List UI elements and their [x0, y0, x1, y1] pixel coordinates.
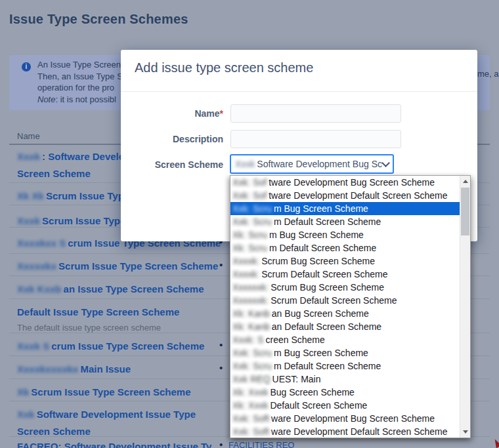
redacted-project-key: Xxk: Scru — [232, 216, 272, 227]
redacted-project-key: Xxk: Scru — [232, 203, 272, 214]
dropdown-option[interactable]: Xk: Scrum Default Screen Scheme — [230, 241, 460, 255]
info-panel-text: An Issue Type Screen Then, an Issue Type… — [37, 59, 123, 105]
redacted-project-key: Xxxk S — [17, 340, 49, 352]
redacted-project-key: Xxk REQ — [232, 374, 271, 384]
table-column-header-name: Name — [17, 131, 40, 141]
redacted-project-key: Xxk — [17, 409, 35, 420]
dialog-title: Add issue type screen scheme — [135, 60, 313, 75]
redacted-project-key: Xxk Kxxb — [17, 283, 62, 295]
table-row[interactable]: Default Issue Type Screen SchemeThe defa… — [17, 306, 179, 335]
redacted-project-key: Xxxk: S — [232, 335, 263, 345]
dropdown-scrollbar[interactable] — [460, 176, 470, 438]
related-project-bullet: • — [219, 262, 223, 268]
redacted-project-key: Xk — [17, 386, 29, 397]
table-row[interactable]: XxxxxkxScrum Issue Type Screen Scheme — [17, 260, 218, 273]
scheme-link[interactable]: Default Issue Type Screen Scheme — [17, 306, 179, 319]
info-line-2: Then, an Issue Type S — [37, 71, 123, 83]
info-line-1: An Issue Type Screen — [37, 59, 123, 71]
dropdown-option[interactable]: Xk: Kanban Bug Screen Scheme — [230, 307, 460, 320]
redacted-project-key: Xxxk — [17, 151, 40, 162]
arrow-up-icon — [463, 180, 468, 183]
note-rest: : it is not possibl — [55, 94, 116, 104]
redacted-project-key: Xk: Scru — [232, 230, 267, 240]
table-row[interactable]: FACREQ: Software Development Issue Ty — [17, 440, 211, 448]
scheme-link[interactable]: XxkSoftware Development Issue Type — [17, 408, 196, 421]
dropdown-option[interactable]: Xk: XxxkDefault Screen Scheme — [230, 399, 460, 412]
redacted-project-key: Xxxxxkx — [17, 260, 56, 272]
dropdown-option[interactable]: Xxk: Software Development Default Screen… — [230, 425, 460, 438]
dropdown-option[interactable]: Xxxxk:Scrum Default Screen Scheme — [230, 268, 460, 281]
dropdown-option[interactable]: Xxxk: Screen Scheme — [230, 333, 460, 346]
related-project-bullet: • — [219, 342, 223, 348]
screen-scheme-field-label: Screen Scheme — [121, 159, 223, 170]
dropdown-option[interactable]: Xxk: Software Development Default Screen… — [230, 189, 460, 202]
scrollbar-up-arrow[interactable] — [460, 176, 470, 187]
scrollbar-down-arrow[interactable] — [460, 426, 470, 438]
redacted-project-key: Xk: Xxxk — [232, 400, 268, 411]
name-input[interactable] — [230, 104, 401, 123]
required-asterisk: * — [220, 108, 223, 119]
scheme-link[interactable]: Xxk Kxxban Issue Type Screen Scheme — [17, 283, 204, 296]
info-line-4: Note: it is not possibl — [37, 94, 123, 106]
redacted-project-key: Xxk: Soft — [232, 413, 269, 424]
redacted-project-key: Xxxxxxk: — [232, 295, 269, 306]
dropdown-option[interactable]: Xxxxk:Scrum Bug Screen Scheme — [230, 255, 460, 268]
description-field-label: Description — [121, 134, 223, 144]
screen-scheme-select-value: Software Development Bug Sc — [257, 159, 382, 169]
dropdown-option[interactable]: Xk: XxxkBug Screen Scheme — [230, 386, 460, 399]
arrow-down-icon — [463, 430, 468, 434]
redacted-project-key: Xxk: Soft — [232, 426, 269, 437]
scheme-link[interactable]: XxxxkxxxxkxMain Issue — [17, 363, 131, 376]
scheme-link-line2[interactable]: Screen Scheme — [17, 425, 196, 438]
dropdown-option[interactable]: Xxxxxxk:Scrum Default Screen Scheme — [230, 294, 460, 307]
redacted-project-key: Xxk: Scru — [232, 361, 272, 371]
dropdown-option-selected[interactable]: Xxk: Scrum Bug Screen Scheme — [230, 202, 460, 215]
dropdown-option[interactable]: Xxk: Scrum Default Screen Scheme — [230, 359, 460, 373]
screen-scheme-select[interactable]: Xxxk Software Development Bug Sc — [230, 154, 394, 174]
redacted-project-key: Xxxk — [235, 159, 255, 169]
related-project-bullet: • — [219, 365, 223, 371]
redacted-project-key: Xk: Xxxk — [232, 387, 268, 397]
redacted-project-key: Xk: Kanb — [232, 321, 270, 332]
scheme-description: The default issue type screen scheme — [17, 321, 179, 335]
dropdown-option[interactable]: Xxk: Scrum Default Screen Scheme — [230, 215, 460, 228]
dropdown-option[interactable]: Xxk REQUEST: Main — [230, 373, 460, 386]
scheme-link[interactable]: XkScrum Issue Type Screen Scheme — [17, 386, 191, 399]
dropdown-option[interactable]: Xxk: Software Development Bug Screen Sch… — [230, 412, 460, 425]
name-field-label: Name* — [121, 108, 223, 119]
dropdown-option[interactable]: Xxxxxxk:Scrum Bug Screen Scheme — [230, 281, 460, 294]
scrollbar-thumb[interactable] — [461, 188, 469, 235]
redacted-project-key: Xxxxxxk: — [232, 282, 269, 293]
dialog-header-divider — [121, 91, 477, 92]
dropdown-option[interactable]: Xk: Kanban Default Screen Scheme — [230, 320, 460, 333]
redacted-project-key: Xxk: Sof — [232, 177, 267, 188]
chevron-down-icon — [381, 159, 390, 167]
redacted-project-key: Xk Xk — [17, 190, 44, 201]
redacted-project-key: Xxxxkxx S — [17, 237, 66, 249]
info-line-2-right-fragment: me, a — [477, 69, 499, 79]
info-icon: i — [22, 62, 31, 71]
redacted-project-key: Xxxxkxxxxkx — [17, 363, 78, 375]
dropdown-option[interactable]: Xk: Scrum Bug Screen Scheme — [230, 228, 460, 241]
scheme-link[interactable]: Xxxk Scrum Issue Type Screen Scheme — [17, 340, 204, 353]
page-title: Issue Type Screen Schemes — [9, 12, 188, 27]
redacted-project-key: Xxk: Scru — [232, 348, 272, 358]
description-input[interactable] — [230, 130, 401, 148]
issue-type-screen-schemes-page: Issue Type Screen Schemes i An Issue Typ… — [0, 0, 499, 448]
table-row[interactable]: XxxxkxxxxkxMain Issue — [17, 363, 131, 376]
related-project-name: FACILITIES REQ — [228, 440, 294, 448]
related-project-bullet: • — [219, 441, 223, 448]
cursor-artifact — [492, 438, 499, 448]
info-line-3: operation for the pro — [37, 82, 123, 94]
scheme-link[interactable]: FACREQ: Software Development Issue Ty — [17, 440, 211, 448]
table-row[interactable]: Xxk Kxxban Issue Type Screen Scheme — [17, 283, 204, 296]
table-row[interactable]: Xxxk Scrum Issue Type Screen Scheme — [17, 340, 204, 353]
redacted-project-key: Xxxxk: — [232, 256, 259, 266]
dropdown-option[interactable]: Xxk: Scrum Bug Screen Scheme — [230, 346, 460, 359]
note-label: Note — [37, 94, 55, 104]
scheme-link[interactable]: XxxxxkxScrum Issue Type Screen Scheme — [17, 260, 218, 273]
dropdown-option[interactable]: Xxk: Software Development Bug Screen Sch… — [230, 176, 460, 189]
table-row[interactable]: XxkSoftware Development Issue TypeScreen… — [17, 408, 196, 438]
redacted-project-key: Xk: Kanb — [232, 308, 270, 319]
table-row[interactable]: XkScrum Issue Type Screen Scheme — [17, 386, 191, 399]
